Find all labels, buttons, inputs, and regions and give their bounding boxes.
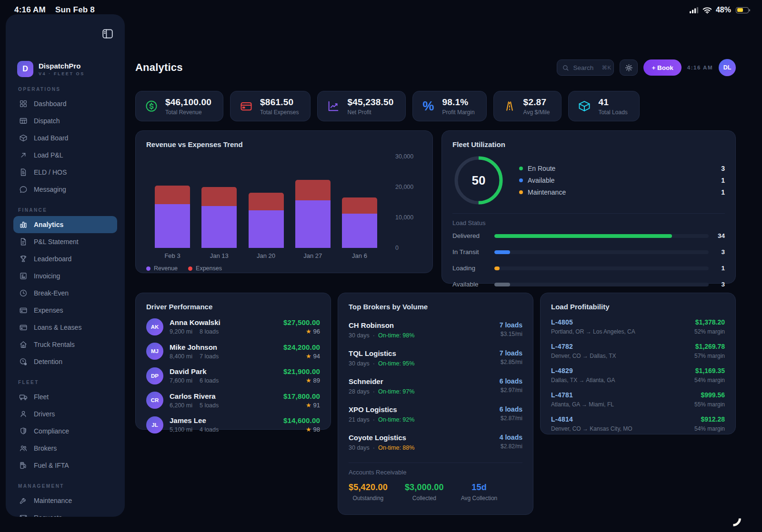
sidebar-item-load-p-l[interactable]: Load P&L [13, 147, 117, 164]
sidebar-item-drivers[interactable]: Drivers [13, 405, 117, 423]
charts-row: Revenue vs Expenses Trend 010,00020,0003… [135, 130, 736, 284]
star-icon: ★ [306, 353, 311, 360]
expenses-bar-segment [201, 187, 237, 206]
star-icon: ★ [306, 377, 311, 384]
load-status-track [494, 266, 709, 270]
driver-row-james-lee[interactable]: JLJames Lee5,100 mi4 loads$14,600.00★98 [146, 416, 320, 433]
broker-ontime: On-time: 95% [378, 360, 414, 367]
chart-legend: RevenueExpenses [146, 265, 422, 272]
driver-row-anna-kowalski[interactable]: AKAnna Kowalski9,200 mi8 loads$27,500.00… [146, 318, 320, 335]
fleet-title: Fleet Utilization [452, 140, 725, 148]
sidebar-item-label: Fuel & IFTA [34, 462, 69, 469]
legend-dot [146, 266, 150, 271]
sidebar-item-maintenance[interactable]: Maintenance [13, 492, 117, 509]
load-profit-block: $912.2854% margin [694, 415, 725, 432]
broker-loads: 4 loads [500, 433, 522, 441]
broker-days: 30 days [349, 444, 370, 451]
driver-row-david-park[interactable]: DPDavid Park7,600 mi6 loads$21,900.00★89 [146, 367, 320, 384]
driver-stats: 8,400 mi7 loads [170, 353, 219, 360]
broker-row-schneider[interactable]: Schneider28 days·On-time: 97%6 loads$2.9… [349, 377, 522, 395]
status-time: 4:16 AM [14, 5, 46, 15]
driver-earnings: $14,600.00 [283, 416, 320, 424]
driver-row-carlos-rivera[interactable]: CRCarlos Rivera6,200 mi5 loads$17,800.00… [146, 392, 320, 409]
sidebar-item-fleet[interactable]: Fleet [13, 388, 117, 405]
star-icon: ★ [306, 426, 311, 433]
y-tick-label: 30,000 [395, 153, 413, 160]
ar-outstanding: $5,420.00Outstanding [349, 483, 388, 502]
revenue-bar-segment [201, 206, 237, 248]
load-row-l-4782[interactable]: L-4782Denver, CO → Dallas, TX$1,269.7857… [551, 343, 725, 359]
load-profitability-card: Load Profitability L-4805Portland, OR → … [540, 293, 736, 434]
sidebar-item-label: Load Board [34, 134, 68, 142]
sidebar-item-eld-hos[interactable]: ELD / HOS [13, 164, 117, 181]
accounts-receivable: $5,420.00Outstanding$3,000.00Collected15… [349, 483, 522, 502]
sidebar-item-invoicing[interactable]: Invoicing [13, 267, 117, 285]
sidebar-item-requests[interactable]: Requests [13, 509, 117, 517]
dot-separator: · [373, 360, 375, 367]
user-avatar[interactable]: DL [719, 59, 736, 76]
sidebar-item-fuel-ifta[interactable]: Fuel & IFTA [13, 457, 117, 474]
trend-up-icon [327, 99, 340, 113]
sidebar-item-detention[interactable]: Detention [13, 353, 117, 370]
sidebar-item-loans-leases[interactable]: Loans & Leases [13, 319, 117, 336]
sidebar-item-leaderboard[interactable]: Leaderboard [13, 250, 117, 267]
brand: D DispatchPro V4 · FLEET OS [17, 61, 117, 77]
broker-info: CH Robinson30 days·On-time: 98% [349, 321, 414, 339]
load-status-fill [494, 266, 500, 270]
legend-expenses: Expenses [188, 265, 222, 272]
sidebar-item-break-even[interactable]: Break-Even [13, 285, 117, 302]
dollar-circle-icon [145, 99, 158, 113]
package-icon [19, 134, 28, 142]
revenue-bar-segment [342, 214, 377, 248]
broker-name: Coyote Logistics [349, 433, 414, 442]
accounts-receivable-title: Accounts Receivable [349, 469, 522, 476]
sidebar-item-load-board[interactable]: Load Board [13, 129, 117, 147]
broker-row-ch-robinson[interactable]: CH Robinson30 days·On-time: 98%7 loads$3… [349, 321, 522, 339]
broker-row-tql-logistics[interactable]: TQL Logistics30 days·On-time: 95%7 loads… [349, 349, 522, 367]
book-button[interactable]: + Book [643, 59, 681, 76]
clock-alert-icon [19, 357, 28, 366]
sidebar-section-label: FLEET [18, 380, 117, 385]
search-input[interactable] [573, 64, 598, 71]
sidebar-item-p-l-statement[interactable]: P&L Statement [13, 233, 117, 250]
bar-chart-plot: 010,00020,00030,000 [146, 157, 422, 248]
battery-percent: 48% [716, 6, 731, 14]
broker-stats: 30 days·On-time: 95% [349, 360, 414, 367]
sidebar-toggle-button[interactable] [99, 26, 116, 42]
sidebar-item-expenses[interactable]: Expenses [13, 302, 117, 319]
driver-score-value: 98 [313, 426, 320, 433]
load-row-l-4781[interactable]: L-4781Atlanta, GA → Miami, FL$999.5655% … [551, 391, 725, 408]
sidebar-item-dashboard[interactable]: Dashboard [13, 95, 117, 112]
sidebar-item-dispatch[interactable]: Dispatch [13, 112, 117, 129]
search-box[interactable]: ⌘K [557, 59, 614, 76]
load-row-l-4805[interactable]: L-4805Portland, OR → Los Angeles, CA$1,3… [551, 318, 725, 335]
broker-row-coyote-logistics[interactable]: Coyote Logistics30 days·On-time: 88%4 lo… [349, 433, 522, 451]
kpi-card-total-revenue: $46,100.00Total Revenue [135, 91, 223, 121]
wrench-icon [19, 496, 28, 505]
driver-stats: 6,200 mi5 loads [170, 402, 219, 409]
driver-miles: 6,200 mi [170, 402, 192, 409]
divider [349, 463, 522, 463]
legend-label: Expenses [196, 265, 222, 272]
driver-info: Anna Kowalski9,200 mi8 loads [170, 318, 221, 335]
broker-rate: $2.82/mi [500, 443, 522, 450]
theme-toggle-button[interactable] [620, 59, 638, 76]
sidebar-item-messaging[interactable]: Messaging [13, 181, 117, 198]
broker-days: 28 days [349, 388, 370, 395]
brand-name: DispatchPro [39, 62, 85, 70]
sidebar-item-analytics[interactable]: Analytics [13, 216, 117, 233]
driver-earnings: $21,900.00 [283, 367, 320, 375]
driver-loads: 4 loads [200, 426, 219, 433]
load-row-l-4829[interactable]: L-4829Dallas, TX → Atlanta, GA$1,169.355… [551, 367, 725, 384]
loads-title: Load Profitability [551, 303, 725, 311]
driver-row-mike-johnson[interactable]: MJMike Johnson8,400 mi7 loads$24,200.00★… [146, 343, 320, 360]
broker-row-xpo-logistics[interactable]: XPO Logistics21 days·On-time: 92%6 loads… [349, 405, 522, 423]
sidebar-item-brokers[interactable]: Brokers [13, 440, 117, 457]
load-route: Dallas, TX → Atlanta, GA [551, 377, 615, 384]
load-row-l-4814[interactable]: L-4814Denver, CO → Kansas City, MO$912.2… [551, 415, 725, 432]
file-icon [19, 237, 28, 246]
sidebar-item-compliance[interactable]: Compliance [13, 423, 117, 440]
driver-info: Mike Johnson8,400 mi7 loads [170, 343, 219, 360]
sidebar-item-truck-rentals[interactable]: Truck Rentals [13, 336, 117, 353]
broker-ontime: On-time: 92% [378, 416, 414, 423]
